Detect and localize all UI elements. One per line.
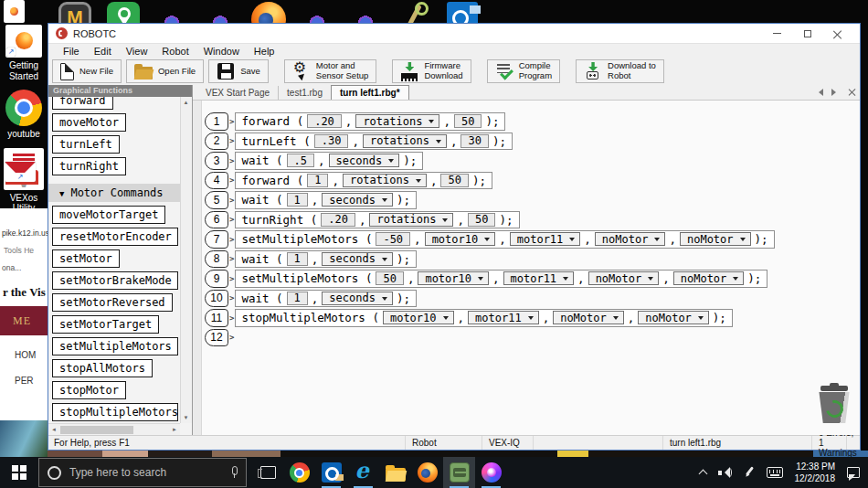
line-number-badge[interactable]: 8 — [205, 250, 228, 269]
desktop-icon-vexos[interactable]: VEXos Utility — [0, 148, 48, 214]
param-input[interactable]: .5 — [287, 154, 314, 167]
taskbar-app-robotc[interactable] — [443, 457, 475, 488]
param-dropdown[interactable]: motor10 — [418, 271, 489, 285]
desktop-icon-getting-started[interactable]: Getting Started — [0, 25, 48, 81]
function-block-setMultipleMotors[interactable]: setMultipleMotors — [52, 337, 178, 355]
desktop-icon-youtube[interactable]: youtube — [0, 90, 48, 140]
function-block-setMotorBrakeMode[interactable]: setMotorBrakeMode — [52, 271, 178, 290]
desktop-icon-doc[interactable] — [153, 0, 190, 23]
function-block-forward[interactable]: forward — [52, 97, 113, 110]
function-block-setMotorReversed[interactable]: setMotorReversed — [52, 293, 173, 312]
param-dropdown[interactable]: rotations — [355, 114, 439, 128]
function-block-setMotor[interactable]: setMotor — [52, 249, 120, 268]
close-tab-icon[interactable] — [848, 89, 855, 96]
param-dropdown[interactable]: rotations — [363, 134, 447, 148]
param-dropdown[interactable]: noMotor — [553, 311, 624, 324]
menu-file[interactable]: File — [56, 46, 87, 57]
param-input[interactable]: -50 — [376, 232, 410, 246]
function-block-moveMotorTarget[interactable]: moveMotorTarget — [52, 206, 165, 224]
param-input[interactable]: 50 — [440, 174, 468, 187]
line-number-badge[interactable]: 1 — [205, 112, 228, 131]
sidebar-horizontal-scrollbar[interactable] — [48, 423, 180, 435]
menu-help[interactable]: Help — [247, 46, 282, 57]
statement-block[interactable]: turnLeft (.30,rotations,30); — [235, 133, 513, 151]
param-input[interactable]: 50 — [468, 213, 495, 227]
toolbar-motor-sensor-setup[interactable]: Motor and Sensor Setup — [284, 59, 377, 83]
taskbar-app-explorer[interactable] — [379, 457, 411, 488]
statement-block[interactable]: turnRight (.20,rotations,50); — [235, 211, 519, 229]
toolbar-open-file[interactable]: Open File — [126, 59, 204, 83]
toolbar-new-file[interactable]: New File — [52, 59, 122, 83]
line-number-badge[interactable]: 4 — [205, 172, 228, 190]
tab-vex-start-page[interactable]: VEX Start Page — [197, 86, 278, 100]
maximize-button[interactable] — [792, 24, 822, 43]
function-block-setMotorTarget[interactable]: setMotorTarget — [52, 315, 159, 334]
statement-block[interactable]: setMultipleMotors (-50,motor10,motor11,n… — [235, 230, 774, 249]
param-dropdown[interactable]: motor11 — [468, 311, 539, 324]
param-input[interactable]: 1 — [307, 174, 328, 187]
statement-block[interactable]: wait (1,seconds); — [235, 250, 417, 269]
toolbar-save[interactable]: Save — [208, 59, 269, 83]
line-number-badge[interactable]: 10 — [205, 290, 228, 308]
param-input[interactable]: 1 — [287, 252, 308, 266]
taskbar-app-outlook[interactable] — [315, 457, 347, 488]
toolbar-download-to-robot[interactable]: Download to Robot — [576, 59, 664, 83]
function-block-turnLeft[interactable]: turnLeft — [52, 135, 120, 154]
line-number-badge[interactable]: 6 — [205, 211, 228, 229]
trash-drop-target[interactable] — [818, 386, 851, 426]
param-dropdown[interactable]: motor11 — [510, 232, 581, 246]
desktop-icon-partial[interactable] — [4, 0, 25, 23]
taskbar-app-chrome[interactable] — [283, 457, 315, 488]
action-center-icon[interactable] — [847, 467, 860, 478]
param-input[interactable]: 50 — [454, 114, 482, 128]
microphone-icon[interactable] — [230, 466, 238, 479]
param-dropdown[interactable]: seconds — [329, 154, 400, 167]
param-dropdown[interactable]: noMotor — [638, 311, 709, 324]
line-number-badge[interactable]: 7 — [205, 230, 228, 249]
tab-test1-rbg[interactable]: test1.rbg — [278, 86, 331, 100]
statement-block[interactable]: setMultipleMotors (50,motor10,motor11,no… — [235, 270, 767, 288]
param-input[interactable]: .20 — [321, 213, 355, 227]
param-input[interactable]: 50 — [376, 271, 403, 285]
param-dropdown[interactable]: rotations — [343, 174, 427, 187]
param-dropdown[interactable]: motor10 — [383, 311, 454, 324]
scroll-tabs-left-icon[interactable] — [815, 89, 823, 96]
clock[interactable]: 12:38 PM 12/2/2018 — [795, 461, 836, 484]
touch-keyboard-icon[interactable] — [767, 467, 783, 478]
desktop-icon-doc[interactable] — [299, 0, 335, 23]
param-dropdown[interactable]: noMotor — [680, 232, 751, 246]
menu-window[interactable]: Window — [196, 46, 247, 57]
param-dropdown[interactable]: seconds — [322, 193, 393, 207]
statement-block[interactable]: forward (.20,rotations,50); — [235, 112, 505, 131]
line-number-badge[interactable]: 12 — [205, 329, 228, 347]
desktop-icon-app-m[interactable] — [57, 0, 93, 23]
toolbar-firmware-download[interactable]: Firmware Download — [392, 59, 471, 83]
menu-view[interactable]: View — [119, 46, 155, 57]
line-number-badge[interactable]: 11 — [205, 309, 228, 327]
statement-block[interactable]: wait (1,seconds); — [235, 290, 417, 308]
param-input[interactable]: 1 — [287, 292, 308, 305]
desktop-icon-tools[interactable] — [396, 0, 432, 23]
taskbar-app-firefox[interactable] — [411, 457, 443, 488]
tab-turn-left1-rbg-[interactable]: turn left1.rbg* — [331, 85, 409, 100]
statement-block[interactable]: stopMultipleMotors (motor10,motor11,noMo… — [235, 309, 732, 327]
toolbar-compile-program[interactable]: Compile Program — [487, 59, 560, 83]
sidebar-vertical-scrollbar[interactable] — [180, 97, 192, 423]
menu-edit[interactable]: Edit — [87, 46, 119, 57]
function-block-stopAllMotors[interactable]: stopAllMotors — [52, 359, 153, 377]
scroll-tabs-right-icon[interactable] — [831, 89, 840, 96]
param-dropdown[interactable]: noMotor — [673, 271, 745, 285]
param-dropdown[interactable]: motor11 — [503, 271, 575, 285]
line-number-badge[interactable]: 9 — [205, 270, 228, 288]
task-view-button[interactable] — [252, 457, 283, 488]
param-input[interactable]: .30 — [314, 134, 349, 148]
param-dropdown[interactable]: noMotor — [595, 232, 666, 246]
line-number-badge[interactable]: 2 — [205, 133, 228, 151]
function-block-stopMotor[interactable]: stopMotor — [52, 381, 126, 399]
close-button[interactable] — [822, 24, 852, 43]
param-dropdown[interactable]: seconds — [322, 252, 393, 266]
scrollbar-thumb[interactable] — [60, 426, 133, 434]
show-hidden-icons-chevron[interactable] — [698, 470, 707, 479]
start-button[interactable] — [0, 457, 38, 488]
desktop-icon-doc[interactable] — [347, 0, 384, 23]
